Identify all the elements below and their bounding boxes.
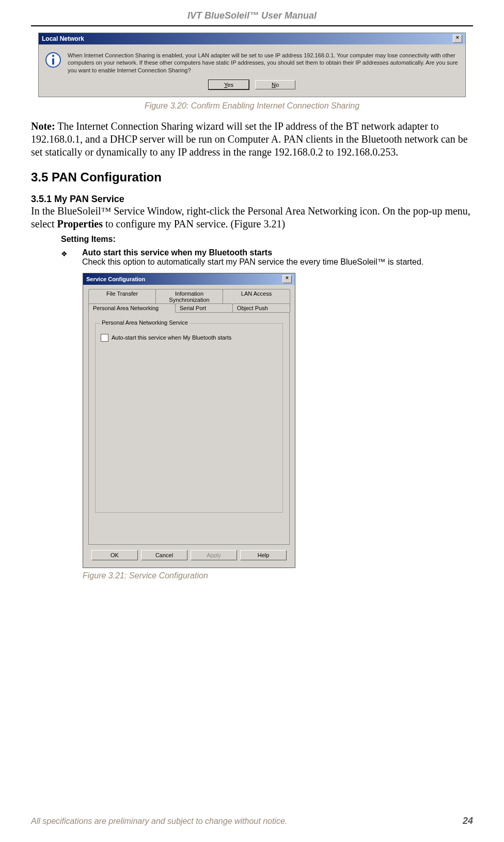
text-c: to configure my PAN service. (Figure 3.2…	[103, 218, 285, 229]
service-configuration-dialog: Service Configuration × File Transfer In…	[83, 273, 295, 568]
autostart-checkbox[interactable]	[101, 334, 108, 342]
tab-panel: Personal Area Networking Service Auto-st…	[88, 312, 290, 545]
section-3-5-1-text: In the BlueSoleil™ Service Window, right…	[31, 205, 473, 231]
cancel-button[interactable]: Cancel	[141, 550, 187, 560]
section-3-5-heading: 3.5 PAN Configuration	[31, 170, 473, 185]
close-icon[interactable]: ×	[282, 275, 292, 283]
footer-text: All specifications are preliminary and s…	[31, 817, 287, 826]
no-button[interactable]: No	[255, 80, 295, 89]
text-b: Properties	[57, 218, 103, 229]
svc-titlebar: Service Configuration ×	[83, 273, 295, 285]
groupbox-title: Personal Area Networking Service	[100, 319, 190, 326]
note-paragraph: Note: The Internet Connection Sharing wi…	[31, 120, 473, 159]
page-header: IVT BlueSoleil™ User Manual	[31, 10, 473, 21]
help-button[interactable]: Help	[240, 550, 287, 560]
pan-service-groupbox: Personal Area Networking Service Auto-st…	[95, 323, 283, 513]
tab-serial-port[interactable]: Serial Port	[175, 303, 233, 312]
info-icon	[45, 52, 61, 68]
dialog-message: When Internet Connection Sharing is enab…	[68, 52, 459, 74]
tab-info-sync[interactable]: Information Synchronization	[155, 289, 223, 304]
section-3-5-1-heading: 3.5.1 My PAN Service	[31, 194, 473, 205]
yes-button[interactable]: Yes	[209, 80, 249, 89]
local-network-dialog: Local Network × When Internet Connection…	[38, 33, 466, 97]
setting-item-desc: Check this option to automatically start…	[82, 257, 423, 266]
dialog-titlebar: Local Network ×	[39, 33, 465, 44]
figure-3-21-caption: Figure 3.21: Service Configuration	[83, 571, 473, 580]
tab-file-transfer[interactable]: File Transfer	[88, 289, 156, 304]
tab-pan[interactable]: Personal Area Networking	[88, 303, 176, 313]
page-number: 24	[463, 816, 473, 826]
ok-button[interactable]: OK	[91, 550, 138, 560]
setting-items-heading: Setting Items:	[61, 235, 473, 244]
figure-3-20-caption: Figure 3.20: Confirm Enabling Internet C…	[31, 101, 473, 111]
tab-object-push[interactable]: Object Push	[232, 303, 290, 312]
setting-item: ❖ Auto start this service when my Blueto…	[61, 248, 473, 267]
apply-button[interactable]: Apply	[191, 550, 237, 560]
svg-rect-1	[52, 58, 54, 65]
setting-item-title: Auto start this service when my Bluetoot…	[82, 248, 272, 257]
header-rule	[31, 25, 473, 26]
svc-title: Service Configuration	[86, 276, 145, 282]
note-label: Note:	[31, 120, 55, 132]
close-icon[interactable]: ×	[453, 35, 462, 43]
autostart-label: Auto-start this service when My Bluetoot…	[112, 334, 231, 341]
note-text: The Internet Connection Sharing wizard w…	[31, 120, 468, 158]
bullet-icon: ❖	[61, 248, 68, 267]
svg-point-2	[52, 55, 54, 57]
dialog-title: Local Network	[42, 35, 84, 42]
tab-lan-access[interactable]: LAN Access	[223, 289, 290, 304]
